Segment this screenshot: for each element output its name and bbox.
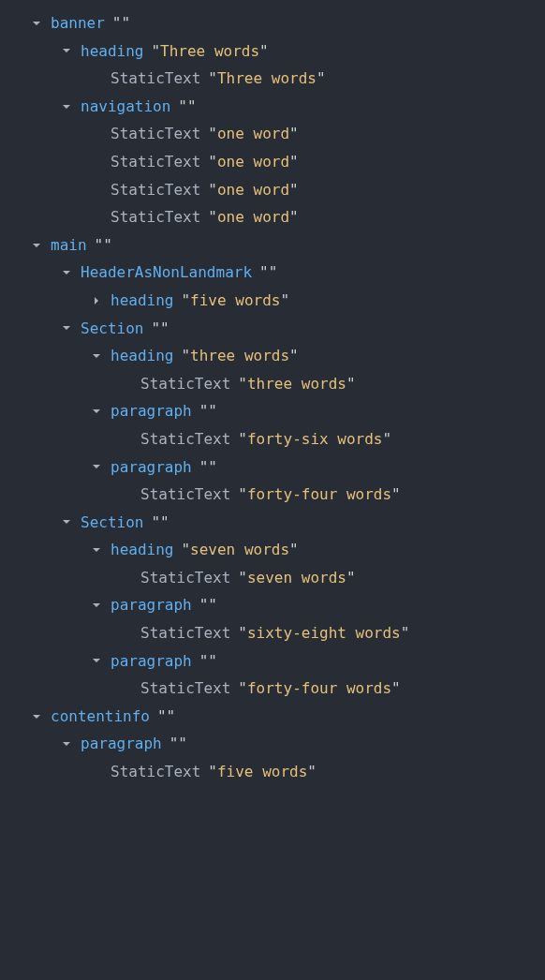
node-text: forty-four words [247,679,391,697]
empty-string: "" [259,263,277,281]
role-name: heading [110,541,173,558]
chevron-down-icon[interactable] [58,46,75,55]
quote: " [181,291,190,309]
role-name: StaticText [140,375,230,393]
tree-row[interactable]: StaticText"one word" [0,203,545,231]
chevron-down-icon[interactable] [28,241,45,250]
tree-node-content: StaticText"one word" [110,203,299,231]
quote: " [208,181,217,199]
tree-row[interactable]: StaticText"seven words" [0,564,545,592]
tree-node-content: StaticText"one word" [110,148,299,176]
empty-string: "" [199,596,217,614]
tree-row[interactable]: Section"" [0,509,545,537]
chevron-down-icon[interactable] [88,407,105,416]
tree-row[interactable]: StaticText"one word" [0,176,545,204]
quote: " [346,569,356,587]
chevron-down-icon[interactable] [88,462,105,471]
tree-row[interactable]: heading"seven words" [0,536,545,564]
quote: " [259,42,269,60]
tree-row[interactable]: StaticText"forty-six words" [0,425,545,453]
empty-string: "" [169,735,187,752]
quote: " [208,69,217,87]
tree-node-content: contentinfo"" [51,703,175,731]
tree-row[interactable]: heading"five words" [0,287,545,315]
role-name: paragraph [110,652,192,670]
role-name: StaticText [110,181,200,199]
role-name: navigation [81,97,170,115]
role-name: StaticText [140,624,230,642]
tree-row[interactable]: paragraph"" [0,397,545,425]
empty-string: "" [199,402,217,420]
chevron-down-icon[interactable] [58,739,75,749]
tree-row[interactable]: paragraph"" [0,453,545,482]
chevron-right-icon[interactable] [88,296,105,305]
quote: " [151,42,160,60]
role-name: Section [81,319,143,337]
quote: " [238,624,247,642]
chevron-down-icon[interactable] [58,323,75,333]
chevron-down-icon[interactable] [88,351,105,361]
quote: " [181,347,190,364]
node-text: Three words [160,42,259,60]
node-text: forty-six words [247,430,383,448]
tree-row[interactable]: StaticText"forty-four words" [0,481,545,509]
tree-row[interactable]: StaticText"one word" [0,120,545,148]
chevron-down-icon[interactable] [28,712,45,721]
tree-row[interactable]: StaticText"sixty-eight words" [0,619,545,647]
chevron-down-icon[interactable] [58,102,75,111]
tree-node-content: heading"five words" [110,287,289,315]
chevron-down-icon[interactable] [58,517,75,527]
tree-row[interactable]: paragraph"" [0,591,545,619]
tree-row[interactable]: StaticText"forty-four words" [0,675,545,703]
tree-row[interactable]: StaticText"Three words" [0,65,545,93]
tree-row[interactable]: navigation"" [0,93,545,121]
tree-node-content: paragraph"" [110,397,217,425]
node-text: Three words [217,69,317,87]
quote: " [401,624,410,642]
chevron-down-icon[interactable] [88,656,105,665]
role-name: StaticText [140,485,230,503]
tree-node-content: paragraph"" [110,453,217,482]
chevron-down-icon[interactable] [28,19,45,28]
quote: " [289,181,299,199]
role-name: StaticText [140,430,230,448]
tree-row[interactable]: StaticText"three words" [0,370,545,398]
node-text: sixty-eight words [247,624,401,642]
node-text: three words [247,375,346,393]
role-name: StaticText [110,125,200,142]
node-text: seven words [247,569,346,587]
tree-node-content: main"" [51,231,112,260]
tree-node-content: StaticText"one word" [110,176,299,204]
tree-row[interactable]: contentinfo"" [0,703,545,731]
tree-node-content: paragraph"" [110,647,217,676]
quote: " [181,541,190,558]
tree-node-content: Section"" [81,509,169,537]
tree-row[interactable]: Section"" [0,315,545,343]
quote: " [289,541,299,558]
quote: " [289,153,299,171]
node-text: forty-four words [247,485,391,503]
role-name: HeaderAsNonLandmark [81,263,252,281]
empty-string: "" [95,236,112,254]
tree-row[interactable]: main"" [0,231,545,260]
role-name: StaticText [140,569,230,587]
tree-row[interactable]: heading"Three words" [0,37,545,66]
chevron-down-icon[interactable] [88,601,105,610]
node-text: seven words [190,541,289,558]
tree-row[interactable]: banner"" [0,9,545,37]
tree-node-content: StaticText"five words" [110,758,317,786]
tree-row[interactable]: heading"three words" [0,342,545,370]
node-text: five words [217,763,307,780]
tree-node-content: navigation"" [81,93,197,121]
chevron-down-icon[interactable] [88,545,105,555]
role-name: paragraph [81,735,162,752]
tree-row[interactable]: paragraph"" [0,647,545,676]
tree-row[interactable]: HeaderAsNonLandmark"" [0,259,545,287]
tree-row[interactable]: StaticText"five words" [0,758,545,786]
tree-node-content: StaticText"one word" [110,120,299,148]
chevron-down-icon[interactable] [58,268,75,277]
role-name: banner [51,14,105,32]
tree-row[interactable]: paragraph"" [0,730,545,758]
tree-row[interactable]: StaticText"one word" [0,148,545,176]
accessibility-tree: banner""heading"Three words"StaticText"T… [0,9,545,786]
